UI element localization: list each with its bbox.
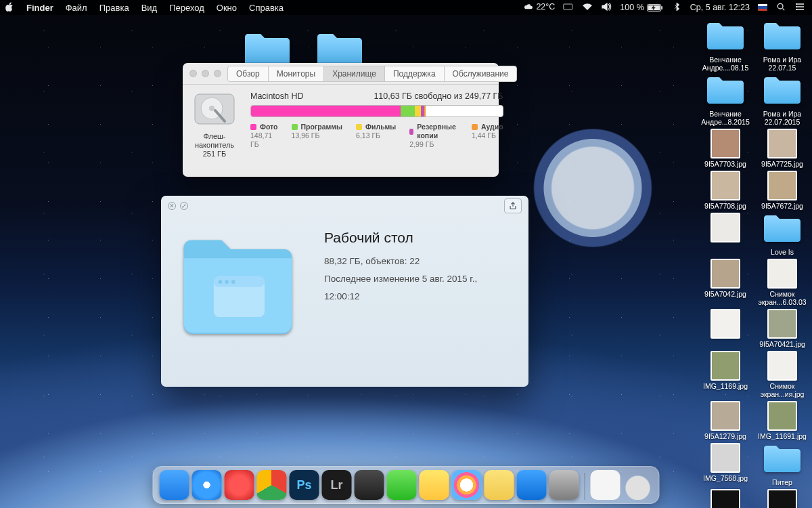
dock-app-mail-doc[interactable] <box>591 470 621 500</box>
dock-app-photoshop[interactable]: Ps <box>290 470 319 500</box>
apple-menu-icon[interactable] <box>5 2 14 14</box>
info-modified-line: Последнее изменение 5 авг. 2015 г., 12:0… <box>324 270 508 305</box>
dock-app-app-store[interactable] <box>517 470 547 500</box>
desktop-file[interactable]: IMG_1169.jpg <box>700 351 751 398</box>
close-icon[interactable]: ✕ <box>168 202 176 210</box>
disk-label: Флеш-накопитель251 ГБ <box>191 132 238 158</box>
desktop-file[interactable]: Снимок экран....12.jpg <box>757 489 808 508</box>
desktop-folder[interactable]: Венчание Андре....08.15 <box>700 20 751 72</box>
dock-app-opera[interactable] <box>225 470 254 500</box>
spotlight-search-icon[interactable] <box>775 3 786 13</box>
battery-text: 100 % <box>620 3 644 12</box>
dock-app-trash[interactable] <box>623 470 653 500</box>
desktop-file[interactable]: 9I5A7703.jpg <box>700 129 751 168</box>
dock-app-system-preferences[interactable] <box>549 470 579 500</box>
svg-point-8 <box>796 9 797 10</box>
info-titlebar[interactable]: ✕ ⤢ <box>161 196 528 216</box>
dock-separator <box>585 473 585 500</box>
desktop-file[interactable]: 9I5A7708.jpg <box>700 171 751 210</box>
desktop-folder[interactable]: Love Is <box>757 213 808 256</box>
storage-usage-bar <box>250 105 503 117</box>
desktop-items-area: Венчание Андре....08.15Рома и Ира 22.07.… <box>682 20 808 508</box>
dock-app-chrome[interactable] <box>257 470 287 500</box>
weather-text: 22°C <box>536 2 555 12</box>
window-traffic-lights[interactable] <box>183 70 228 77</box>
desktop-file[interactable]: Снимок экран...6.03.03 <box>757 259 808 306</box>
desktop-folder[interactable]: Рома и Ира 22.07.2015 <box>757 75 808 126</box>
desktop-file[interactable]: 9I5A1279.jpg <box>700 401 751 440</box>
storage-tab-обслуживание[interactable]: Обслуживание <box>444 66 518 82</box>
dock-app-safari[interactable] <box>192 470 222 500</box>
desktop-file[interactable]: IMG_7568.jpg <box>700 443 751 486</box>
desktop-file[interactable]: IMG_11691.jpg <box>757 401 808 440</box>
storage-segment <box>424 106 426 117</box>
svg-point-6 <box>796 3 797 5</box>
legend-item: Фото148,71 ГБ <box>250 123 278 149</box>
svg-point-7 <box>796 6 797 7</box>
desktop-folder[interactable]: Рома и Ира 22.07.15 <box>757 20 808 72</box>
desktop-file[interactable] <box>700 309 751 348</box>
dock-app-lightroom[interactable]: Lr <box>322 470 352 500</box>
svg-rect-3 <box>661 6 662 9</box>
menu-go[interactable]: Переход <box>169 3 204 13</box>
svg-point-0 <box>528 4 531 6</box>
traffic-close[interactable] <box>189 70 197 77</box>
storage-tab-обзор[interactable]: Обзор <box>227 66 269 82</box>
battery-status[interactable]: 100 % <box>620 3 662 12</box>
notification-center-icon[interactable] <box>794 3 805 13</box>
desktop-folder[interactable]: Венчание Андре...8.2015 <box>700 75 751 126</box>
storage-segment <box>251 106 401 117</box>
svg-point-15 <box>225 280 229 284</box>
desktop-file[interactable]: Снимок экран...ия.jpg <box>757 351 808 398</box>
legend-item: Программы13,96 ГБ <box>292 123 343 149</box>
legend-item: Фильмы6,13 ГБ <box>356 123 396 149</box>
dock-app-photos[interactable] <box>452 470 482 500</box>
menu-view[interactable]: Вид <box>141 3 158 13</box>
dock-app-reminders[interactable] <box>484 470 514 500</box>
storage-tab-поддержка[interactable]: Поддержка <box>384 66 445 82</box>
folder-info-window: ✕ ⤢ Рабочий стол 88,32 ГБ, объектов: 22 … <box>161 196 528 387</box>
storage-segment <box>415 106 421 117</box>
dock-app-finder[interactable] <box>160 470 189 500</box>
clock-status[interactable]: Ср, 5 авг. 12:23 <box>690 3 750 12</box>
storage-tab-хранилище[interactable]: Хранилище <box>323 66 385 82</box>
dock: PsLr <box>153 466 660 504</box>
info-title: Рабочий стол <box>324 230 508 246</box>
display-status-icon[interactable] <box>563 3 574 13</box>
desktop-folder[interactable]: Питер <box>757 443 808 486</box>
dock-app-camera[interactable] <box>355 470 384 500</box>
svg-point-14 <box>219 280 223 284</box>
share-button[interactable] <box>504 198 522 213</box>
desktop-file[interactable]: 9I5A7042.jpg <box>700 259 751 306</box>
menu-help[interactable]: Справка <box>249 3 284 13</box>
fullscreen-icon[interactable]: ⤢ <box>180 202 188 210</box>
free-space-text: 110,63 ГБ свободно из 249,77 ГБ <box>374 91 503 101</box>
dock-app-messages[interactable] <box>387 470 417 500</box>
dock-app-notes-app[interactable] <box>420 470 449 500</box>
volume-status-icon[interactable] <box>601 3 612 13</box>
hard-disk-icon <box>191 91 238 127</box>
weather-status[interactable]: 22°C <box>523 2 555 13</box>
svg-rect-1 <box>564 4 572 9</box>
storage-tab-мониторы[interactable]: Мониторы <box>268 66 324 82</box>
folder-large-icon <box>176 230 300 343</box>
menu-edit[interactable]: Правка <box>99 3 129 13</box>
desktop-file[interactable] <box>700 489 751 508</box>
storage-tabs: ОбзорМониторыХранилищеПоддержкаОбслужива… <box>228 66 517 82</box>
menu-file[interactable]: Файл <box>66 3 87 13</box>
desktop-file[interactable]: 9I5A7672.jpg <box>757 171 808 210</box>
input-language-flag-icon[interactable] <box>758 4 767 11</box>
traffic-zoom[interactable] <box>214 70 221 77</box>
volume-name: Macintosh HD <box>250 91 304 101</box>
traffic-minimize[interactable] <box>202 70 209 77</box>
desktop-file[interactable]: 9I5A7725.jpg <box>757 129 808 168</box>
wifi-status-icon[interactable] <box>582 3 593 13</box>
desktop-file[interactable] <box>700 213 751 256</box>
info-size-line: 88,32 ГБ, объектов: 22 <box>324 253 508 270</box>
desktop-file[interactable]: 9I5A70421.jpg <box>757 309 808 348</box>
bluetooth-status-icon[interactable] <box>671 3 682 13</box>
legend-item: Аудио1,44 ГБ <box>472 123 503 149</box>
disk-icon-column: Флеш-накопитель251 ГБ <box>191 91 238 158</box>
menubar-app-name[interactable]: Finder <box>26 3 53 13</box>
menu-window[interactable]: Окно <box>217 3 237 13</box>
